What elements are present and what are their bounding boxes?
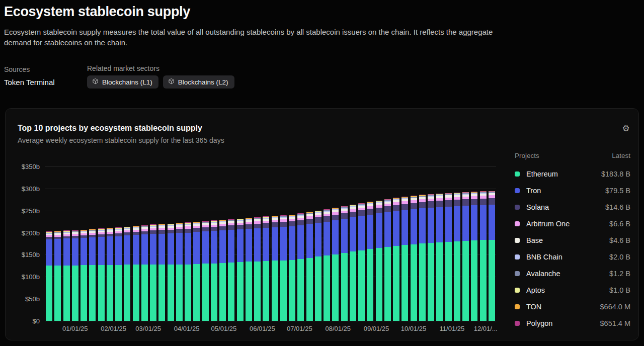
bar-aptos[interactable]	[428, 195, 434, 195]
bar-ton[interactable]	[89, 229, 96, 230]
bar-polygon[interactable]	[176, 223, 183, 223]
bar-polygon[interactable]	[141, 225, 148, 226]
bar-bnb-chain[interactable]	[489, 193, 495, 194]
bar-aptos[interactable]	[297, 214, 304, 214]
bar-solana[interactable]	[150, 230, 156, 234]
bar-solana[interactable]	[411, 203, 417, 209]
bar-tron[interactable]	[141, 234, 148, 265]
bar-avalanche[interactable]	[63, 232, 70, 232]
bar-avalanche[interactable]	[306, 213, 313, 214]
bar-solana[interactable]	[254, 224, 261, 228]
bar-bnb-chain[interactable]	[332, 209, 339, 210]
bar-solana[interactable]	[72, 236, 78, 238]
bar-ton[interactable]	[150, 225, 156, 225]
bar-polygon[interactable]	[489, 191, 495, 192]
bar-arbitrum-one[interactable]	[158, 228, 165, 230]
bar-ton[interactable]	[133, 226, 139, 227]
bar-polygon[interactable]	[133, 226, 139, 226]
bar-avalanche[interactable]	[228, 220, 234, 221]
bar-ton[interactable]	[401, 197, 408, 198]
bar-base[interactable]	[133, 228, 139, 230]
bar-tron[interactable]	[306, 224, 313, 257]
bar-polygon[interactable]	[384, 199, 391, 200]
bar-ethereum[interactable]	[341, 253, 348, 321]
bar-ton[interactable]	[411, 196, 417, 197]
bar-ton[interactable]	[419, 195, 426, 196]
bar-arbitrum-one[interactable]	[350, 209, 356, 211]
bar-arbitrum-one[interactable]	[237, 223, 244, 225]
bar-aptos[interactable]	[98, 229, 105, 230]
bar-tron[interactable]	[350, 217, 356, 251]
bar-avalanche[interactable]	[89, 230, 96, 231]
bar-base[interactable]	[246, 220, 252, 222]
bar-aptos[interactable]	[228, 220, 234, 220]
bar-aptos[interactable]	[80, 231, 87, 231]
bar-solana[interactable]	[141, 231, 148, 235]
bar-ton[interactable]	[306, 212, 313, 213]
legend-row-solana[interactable]: Solana$14.6 B	[513, 202, 631, 213]
bar-polygon[interactable]	[54, 231, 61, 231]
bar-tron[interactable]	[219, 230, 226, 263]
bar-tron[interactable]	[107, 236, 113, 265]
bar-bnb-chain[interactable]	[219, 221, 226, 222]
bar-ethereum[interactable]	[324, 255, 330, 321]
bar-base[interactable]	[419, 197, 426, 199]
bar-polygon[interactable]	[115, 227, 122, 228]
bar-ton[interactable]	[72, 230, 78, 231]
bar-avalanche[interactable]	[289, 216, 295, 216]
bar-polygon[interactable]	[98, 228, 105, 229]
bar-avalanche[interactable]	[401, 198, 408, 198]
bar-avalanche[interactable]	[297, 214, 304, 215]
bar-ethereum[interactable]	[89, 265, 96, 321]
bar-aptos[interactable]	[332, 208, 339, 209]
legend-row-polygon[interactable]: Polygon$651.4 M	[513, 318, 631, 329]
bar-aptos[interactable]	[158, 225, 165, 225]
bar-ethereum[interactable]	[462, 241, 469, 321]
bar-aptos[interactable]	[89, 230, 96, 230]
bar-ethereum[interactable]	[133, 265, 139, 321]
bar-aptos[interactable]	[454, 193, 460, 194]
bar-bnb-chain[interactable]	[454, 194, 460, 195]
bar-avalanche[interactable]	[98, 230, 105, 230]
bar-base[interactable]	[98, 231, 105, 232]
bar-solana[interactable]	[393, 205, 399, 211]
bar-base[interactable]	[315, 213, 321, 215]
bar-tron[interactable]	[150, 234, 156, 265]
bar-avalanche[interactable]	[54, 232, 61, 233]
bar-tron[interactable]	[98, 237, 105, 265]
legend-row-arbitrum-one[interactable]: Arbitrum One$6.6 B	[513, 218, 631, 229]
bar-bnb-chain[interactable]	[289, 216, 295, 217]
bar-base[interactable]	[462, 195, 469, 197]
bar-polygon[interactable]	[401, 197, 408, 197]
bar-ethereum[interactable]	[124, 265, 130, 321]
bar-polygon[interactable]	[471, 192, 477, 192]
bar-bnb-chain[interactable]	[80, 231, 87, 232]
bar-aptos[interactable]	[401, 197, 408, 198]
bar-polygon[interactable]	[376, 201, 382, 201]
bar-base[interactable]	[272, 218, 278, 220]
bar-avalanche[interactable]	[419, 196, 426, 197]
bar-ton[interactable]	[211, 221, 217, 221]
bar-tron[interactable]	[393, 211, 399, 246]
bar-avalanche[interactable]	[80, 231, 87, 231]
bar-ton[interactable]	[367, 202, 373, 203]
bar-arbitrum-one[interactable]	[168, 228, 174, 230]
bar-avalanche[interactable]	[376, 202, 382, 202]
bar-bnb-chain[interactable]	[46, 233, 52, 233]
bar-avalanche[interactable]	[350, 206, 356, 206]
bar-bnb-chain[interactable]	[419, 197, 426, 198]
bar-ethereum[interactable]	[306, 258, 313, 321]
bar-ton[interactable]	[141, 225, 148, 226]
bar-tron[interactable]	[63, 238, 70, 266]
bar-avalanche[interactable]	[428, 195, 434, 196]
bar-bnb-chain[interactable]	[376, 202, 382, 203]
bar-avalanche[interactable]	[72, 231, 78, 232]
bar-solana[interactable]	[350, 212, 356, 217]
bar-avalanche[interactable]	[332, 209, 339, 209]
bar-arbitrum-one[interactable]	[454, 197, 460, 200]
bar-tron[interactable]	[254, 228, 261, 262]
bar-polygon[interactable]	[80, 230, 87, 230]
bar-tron[interactable]	[401, 210, 408, 245]
bar-arbitrum-one[interactable]	[46, 235, 52, 237]
bar-base[interactable]	[89, 231, 96, 233]
